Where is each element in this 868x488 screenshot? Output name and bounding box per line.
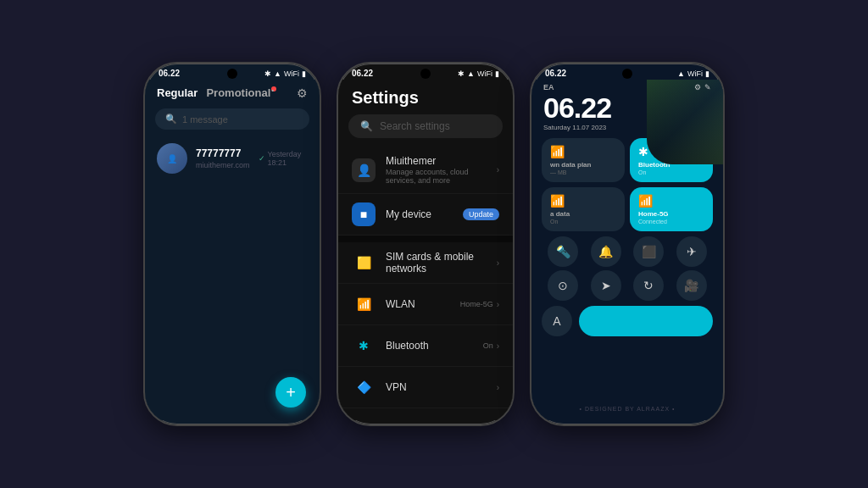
location-btn[interactable]: ➤ (591, 270, 621, 301)
wifi-icon-2: WiFi (477, 69, 492, 78)
wlan-icon: 📶 (352, 292, 376, 316)
battery-icon-1: ▮ (302, 69, 306, 78)
bluetooth-icon-2: ✱ (458, 69, 465, 78)
icon-row-2: ⊙ ➤ ↻ 🎥 (531, 269, 723, 302)
search-icon-2: 🔍 (360, 120, 373, 132)
tab-regular[interactable]: Regular (157, 86, 198, 99)
settings-item-bluetooth[interactable]: ✱ Bluetooth On › (338, 325, 513, 367)
gear-icon[interactable]: ⚙ (297, 86, 308, 100)
bluetooth-icon-1: ✱ (264, 69, 271, 78)
chevron-icon-2: › (497, 258, 499, 268)
big-time-3: 06.22 (543, 93, 711, 122)
signal-icon-3: ▲ (677, 69, 685, 78)
avatar: 👤 (157, 143, 187, 174)
wlan-right: Home-5G › (460, 300, 499, 309)
data-plan-sub: — MB (550, 169, 616, 175)
miuithemer-label: Miuithemer (386, 155, 487, 167)
tile-home5g[interactable]: 📶 Home-5G Connected (630, 187, 713, 231)
settings-title: Settings (338, 80, 513, 114)
mydevice-text: My device (386, 208, 453, 220)
tile-data-plan-top: 📶 (550, 145, 616, 158)
footer-text: • DESIGNED BY ALRAAZX • (531, 404, 723, 413)
camera-btn[interactable]: 🎥 (676, 270, 707, 301)
separator-1 (338, 236, 513, 242)
dnd-btn[interactable]: 🔔 (591, 236, 621, 267)
edit-icon-3[interactable]: ✎ (704, 83, 711, 92)
bluetooth-icon-settings: ✱ (352, 334, 376, 358)
mydevice-label: My device (386, 208, 453, 220)
signal-icon-2: ▲ (467, 69, 475, 78)
tile-home5g-top: 📶 (638, 194, 704, 208)
wifi-icon-3: WiFi (687, 69, 703, 78)
search-bar-1[interactable]: 🔍 1 message (155, 108, 309, 130)
status-icons-2: ✱ ▲ WiFi ▮ (458, 69, 499, 78)
msg-sub: miuithemer.com (196, 161, 250, 169)
battery-icon-2: ▮ (495, 69, 499, 78)
settings-search[interactable]: 🔍 Search settings (348, 114, 503, 138)
settings-item-mydevice[interactable]: ■ My device Update (338, 194, 513, 236)
msg-time: ✓ Yesterday 18:21 (259, 150, 308, 167)
brightness-slider[interactable] (579, 306, 713, 336)
vpn-text: VPN (386, 381, 487, 393)
msg-name: 77777777 (196, 147, 250, 159)
tile-data-plan[interactable]: 📶 wn data plan — MB (542, 138, 625, 182)
time-2: 06.22 (352, 69, 373, 78)
settings-item-miuithemer[interactable]: 👤 Miuithemer Manage accounts, cloud serv… (338, 147, 513, 194)
search-placeholder-2: Search settings (380, 120, 450, 132)
p1-header: Regular Promotional• ⚙ (145, 80, 320, 105)
home5g-sub: Connected (638, 219, 704, 225)
check-icon: ✓ (259, 154, 265, 163)
vpn-label: VPN (386, 381, 487, 393)
tile-data-plan-label: wn data plan — MB (550, 161, 616, 175)
screen-btn[interactable]: ⬛ (633, 236, 664, 267)
flashlight-btn[interactable]: 🔦 (548, 236, 578, 267)
eye-btn[interactable]: ⊙ (548, 270, 578, 301)
chevron-icon-3: › (497, 300, 499, 309)
miuithemer-text: Miuithemer Manage accounts, cloud servic… (386, 155, 487, 185)
bluetooth-tile-sub: On (638, 169, 704, 175)
data-plan-icon: 📶 (550, 145, 565, 158)
fab-button[interactable]: + (275, 377, 306, 408)
time-3: 06.22 (545, 69, 566, 78)
phone-1: 06.22 ✱ ▲ WiFi ▮ Regular Promotional• ⚙ … (143, 62, 321, 426)
wlan-label: WLAN (386, 298, 450, 310)
icon-row-1: 🔦 🔔 ⬛ ✈ (531, 235, 723, 269)
bluetooth-text: Bluetooth (386, 340, 473, 352)
data-sub: On (550, 219, 616, 225)
update-badge[interactable]: Update (463, 208, 499, 220)
connection-icon: ◈ (352, 417, 376, 420)
chevron-icon-0: › (497, 165, 499, 175)
chevron-icon-4: › (497, 341, 499, 351)
punch-hole-3 (622, 69, 632, 79)
msg-info: 77777777 miuithemer.com (196, 147, 250, 169)
tab-promotional[interactable]: Promotional• (206, 86, 276, 99)
settings-item-wlan[interactable]: 📶 WLAN Home-5G › (338, 284, 513, 325)
tile-data[interactable]: 📶 a data On (542, 187, 625, 231)
phone-2-content: Settings 🔍 Search settings 👤 Miuithemer … (338, 80, 513, 420)
p3-top-icons: ⚙ ✎ (694, 83, 711, 92)
settings-item-vpn[interactable]: 🔷 VPN › (338, 367, 513, 408)
sim-icon: 🟨 (352, 251, 376, 274)
a-button[interactable]: A (542, 306, 572, 336)
time-1: 06.22 (159, 69, 180, 78)
phones-container: 06.22 ✱ ▲ WiFi ▮ Regular Promotional• ⚙ … (135, 53, 733, 435)
phone-2: 06.22 ✱ ▲ WiFi ▮ Settings 🔍 Search setti… (337, 62, 515, 426)
settings-item-connection[interactable]: ◈ Connection & sharing › (338, 408, 513, 420)
wlan-text: WLAN (386, 298, 450, 310)
settings-icon-3[interactable]: ⚙ (694, 83, 701, 92)
tiles-row-2: 📶 a data On 📶 Home-5G Connec (542, 187, 713, 231)
sync-btn[interactable]: ↻ (633, 270, 664, 301)
message-item[interactable]: 👤 77777777 miuithemer.com ✓ Yesterday 18… (145, 136, 320, 180)
airplane-btn[interactable]: ✈ (676, 236, 707, 267)
data-icon: 📶 (550, 194, 565, 208)
signal-icon-1: ▲ (274, 69, 281, 78)
settings-item-sim[interactable]: 🟨 SIM cards & mobile networks › (338, 242, 513, 284)
home5g-icon: 📶 (638, 194, 653, 208)
tile-home5g-labels: Home-5G Connected (638, 210, 704, 225)
bluetooth-right: On › (483, 341, 499, 351)
phone-3: 06.22 ▲ WiFi ▮ EA ⚙ ✎ 06.22 Saturday 11.… (530, 62, 725, 426)
p3-top-bar: EA ⚙ ✎ (531, 80, 723, 92)
bottom-row: A (531, 302, 723, 340)
vpn-icon: 🔷 (352, 375, 376, 399)
bluetooth-label: Bluetooth (386, 340, 473, 352)
